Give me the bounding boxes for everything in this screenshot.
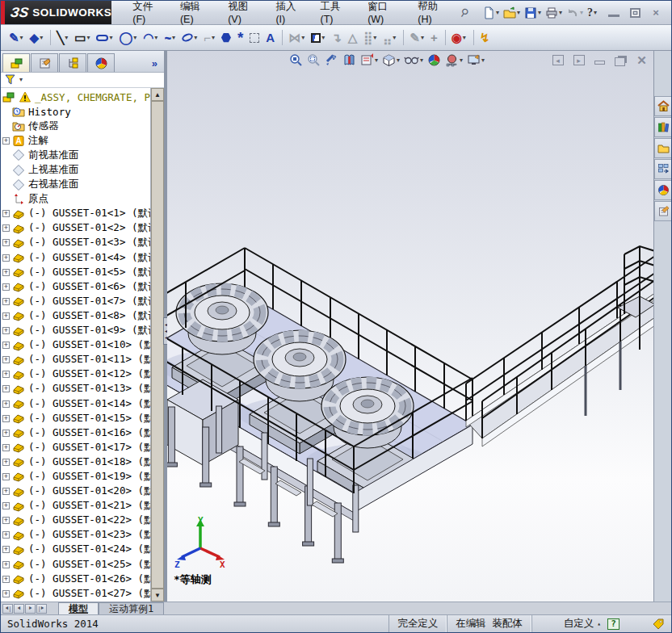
tab-propertymanager[interactable] xyxy=(31,53,58,72)
menu-item[interactable]: 帮助(H) xyxy=(408,1,456,24)
tree-plane-right-row[interactable]: 右视基准面 xyxy=(1,178,150,192)
dropdown-caret[interactable]: ▾ xyxy=(20,34,23,41)
expander-icon[interactable]: + xyxy=(2,210,10,217)
tab-file-explorer[interactable] xyxy=(654,138,671,158)
next-tab-button[interactable]: ⯈ xyxy=(25,604,36,614)
tree-component-row[interactable]: + (-) GUSSET-01<13> (默认 xyxy=(1,382,150,396)
dropdown-caret[interactable]: ▾ xyxy=(460,57,463,64)
tree-component-row[interactable]: + (-) GUSSET-01<10> (默认 xyxy=(1,338,150,353)
tree-component-row[interactable]: + (-) GUSSET-01<5> (默认< xyxy=(1,265,150,279)
last-tab-button[interactable]: |⯈ xyxy=(36,604,47,614)
tree-component-row[interactable]: + (-) GUSSET-01<19> (默认 xyxy=(1,469,150,484)
expander-icon[interactable]: + xyxy=(2,561,10,568)
help-button[interactable]: ? ▾ xyxy=(586,6,598,20)
reference-warning-icon[interactable]: △ xyxy=(346,30,360,45)
tab-displaymanager[interactable] xyxy=(87,53,115,72)
status-help-button[interactable]: ? xyxy=(607,618,620,630)
prev-tab-button[interactable]: ⯇ xyxy=(14,604,24,614)
tree-component-row[interactable]: + (-) GUSSET-01<11> (默认 xyxy=(1,353,150,367)
tree-root-row[interactable]: _ASSY, CHEMGRATE, PACKIN xyxy=(1,90,150,104)
doc-close-button[interactable]: ✕ xyxy=(635,54,649,66)
dropdown-caret[interactable]: ▾ xyxy=(194,34,197,41)
tree-component-row[interactable]: + (-) GUSSET-01<4> (默认< xyxy=(1,250,150,265)
tree-component-row[interactable]: + (-) GUSSET-01<2> (默认< xyxy=(1,221,150,236)
expander-icon[interactable]: + xyxy=(2,269,10,276)
tab-featuremanager-tree[interactable] xyxy=(2,53,30,72)
view-settings-button[interactable]: ▾ xyxy=(466,52,485,68)
tab-design-library[interactable] xyxy=(654,117,671,137)
tree-history-row[interactable]: History xyxy=(1,104,150,119)
tree-component-row[interactable]: + (-) GUSSET-01<26> (默认 xyxy=(1,572,150,586)
mate-lightning-tool[interactable]: ↯ xyxy=(473,30,493,45)
tree-component-row[interactable]: + (-) GUSSET-01<27> (默认 xyxy=(1,586,150,601)
polygon-tool[interactable] xyxy=(219,31,233,44)
tab-model[interactable]: 模型 xyxy=(58,602,99,614)
new-document-button[interactable]: ▾ xyxy=(481,6,501,20)
menu-item[interactable]: 插入(I) xyxy=(266,1,310,24)
tree-origin-row[interactable]: 原点 xyxy=(1,192,150,207)
fillet-tool[interactable]: ⌐ ▾ xyxy=(201,30,217,45)
expander-icon[interactable]: + xyxy=(2,298,10,305)
dropdown-caret[interactable]: ▾ xyxy=(481,57,485,64)
dropdown-caret[interactable]: ▾ xyxy=(397,57,400,64)
tree-component-row[interactable]: + (-) GUSSET-01<1> (默认< xyxy=(1,207,150,221)
open-button[interactable]: ▾ xyxy=(502,6,522,20)
expander-icon[interactable]: + xyxy=(2,385,10,392)
tree-scrollbar[interactable]: ▲ ▼ xyxy=(150,88,164,602)
rectangle-tool[interactable]: ▭ ▾ xyxy=(72,30,92,45)
dropdown-caret[interactable]: ▾ xyxy=(463,34,466,41)
annotate-plus-tool[interactable]: + xyxy=(428,30,440,45)
edit-appearance-button[interactable] xyxy=(426,52,442,68)
expander-icon[interactable]: + xyxy=(2,400,10,408)
tree-plane-front-row[interactable]: 前视基准面 xyxy=(1,148,150,162)
pattern-2-tool[interactable]: ⣤ ▾ xyxy=(380,30,398,45)
tree-component-row[interactable]: + (-) GUSSET-01<23> (默认 xyxy=(1,528,150,543)
dropdown-caret[interactable]: ▾ xyxy=(559,9,562,16)
apply-scene-button[interactable]: ▾ xyxy=(444,52,464,68)
dropdown-caret[interactable]: ▾ xyxy=(212,34,215,41)
tree-component-row[interactable]: + (-) GUSSET-01<24> (默认 xyxy=(1,543,150,557)
tree-sensors-row[interactable]: 传感器 xyxy=(1,119,150,133)
previous-view-button[interactable] xyxy=(324,52,339,68)
menu-item[interactable]: 文件(F) xyxy=(123,1,170,24)
expander-icon[interactable]: + xyxy=(2,254,10,262)
tree-component-row[interactable]: + (-) GUSSET-01<14> (默认 xyxy=(1,396,150,411)
tree-component-row[interactable]: + (-) GUSSET-01<15> (默认 xyxy=(1,411,150,425)
pane-right-button[interactable]: ▸ xyxy=(572,54,586,66)
swept-tool[interactable]: ↴ xyxy=(329,30,344,45)
scroll-up-arrow[interactable]: ▲ xyxy=(151,88,164,101)
dimension-tool[interactable]: ◆ ▾ xyxy=(27,30,46,45)
extrude-tool[interactable]: ▾ xyxy=(309,31,327,44)
display-style-button[interactable]: ▾ xyxy=(381,52,401,68)
tree-component-row[interactable]: + (-) GUSSET-01<7> (默认< xyxy=(1,294,150,308)
expander-icon[interactable]: + xyxy=(2,137,10,145)
tree-component-row[interactable]: + (-) GUSSET-01<16> (默认 xyxy=(1,425,150,440)
tree-annotations-row[interactable]: + A 注解 xyxy=(1,133,150,148)
pattern-tool[interactable]: ⣿ ▾ xyxy=(361,30,379,45)
tree-component-row[interactable]: + (-) GUSSET-01<22> (默认 xyxy=(1,514,150,528)
expander-icon[interactable]: + xyxy=(2,342,10,349)
tab-solidworks-resources[interactable] xyxy=(654,96,671,116)
dropdown-caret[interactable]: ▾ xyxy=(496,9,499,16)
appearance-pencil-tool[interactable]: ✎ ▾ xyxy=(403,30,426,45)
expander-icon[interactable]: + xyxy=(2,546,10,553)
expander-icon[interactable]: + xyxy=(2,473,10,480)
mirror-tool[interactable]: ⋈ ▾ xyxy=(282,30,307,45)
dropdown-caret[interactable]: ▾ xyxy=(373,34,376,41)
close-button[interactable]: × xyxy=(649,6,663,19)
tree-component-row[interactable]: + (-) GUSSET-01<18> (默认 xyxy=(1,455,150,469)
tab-configurationmanager[interactable] xyxy=(59,53,86,72)
graphics-viewport[interactable]: ▾ ▾ ▾ ▾ ▾ ◂ ▸ ✕ xyxy=(167,51,653,602)
tree-component-row[interactable]: + (-) GUSSET-01<8> (默认< xyxy=(1,308,150,323)
expander-icon[interactable]: + xyxy=(2,444,10,451)
maximize-button[interactable] xyxy=(628,6,642,19)
dropdown-caret[interactable]: ▾ xyxy=(133,34,136,41)
expander-icon[interactable]: + xyxy=(2,371,10,378)
print-button[interactable]: ▾ xyxy=(544,6,564,20)
menu-item[interactable]: 工具(T) xyxy=(311,1,359,24)
ellipse-tool[interactable]: ▾ xyxy=(179,32,200,43)
save-button[interactable]: ▾ xyxy=(523,6,543,20)
slot-tool[interactable]: ▾ xyxy=(94,32,115,43)
line-tool[interactable]: ╲ ▾ xyxy=(50,30,70,45)
scrollbar-thumb[interactable] xyxy=(151,101,164,589)
